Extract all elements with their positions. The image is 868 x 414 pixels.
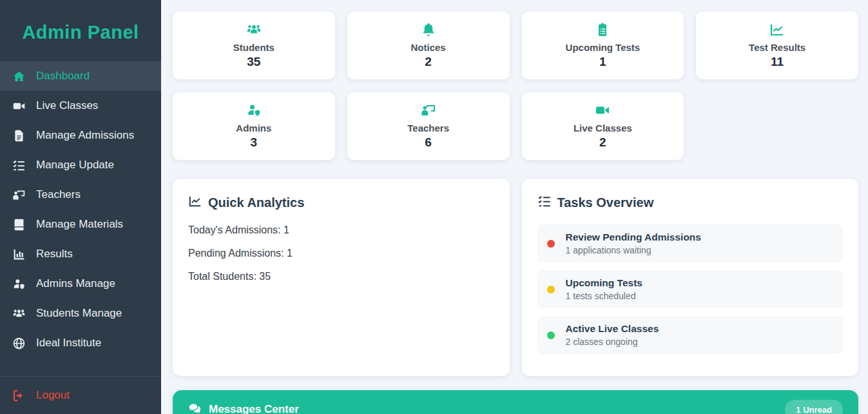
sidebar-item-label: Ideal Institute [36, 337, 101, 350]
status-dot [547, 331, 555, 339]
sidebar-item-manage-admissions[interactable]: Manage Admissions [0, 121, 161, 150]
sidebar-item-label: Results [36, 248, 73, 261]
task-text: Review Pending Admissions 1 applications… [566, 232, 701, 255]
sidebar-item-label: Dashboard [36, 70, 90, 83]
globe-icon [10, 335, 27, 351]
home-icon [10, 68, 27, 84]
sidebar-item-dashboard[interactable]: Dashboard [0, 61, 161, 91]
sidebar-item-results[interactable]: Results [0, 239, 161, 269]
chalkboard-teacher-icon [421, 103, 436, 118]
users-group-icon [246, 22, 262, 37]
stat-card-teachers: Teachers 6 [347, 92, 510, 160]
task-subtitle: 1 tests scheduled [566, 291, 642, 301]
analytics-line: Total Students: 35 [188, 271, 494, 282]
stat-card-admins: Admins 3 [173, 92, 335, 160]
main-content: Students 35 Notices 2 Upcoming Tests 1 T… [161, 0, 868, 414]
stat-value: 2 [425, 55, 432, 69]
sidebar-item-label: Teachers [36, 188, 81, 201]
task-text: Upcoming Tests 1 tests scheduled [566, 277, 642, 301]
stat-card-notices: Notices 2 [347, 12, 510, 79]
messages-center-header: Messages Center 1 Unread [173, 390, 858, 414]
panel-title: Tasks Overview [557, 195, 654, 210]
book-icon [10, 217, 27, 232]
sidebar-item-manage-update[interactable]: Manage Update [0, 150, 161, 180]
messages-center-title: Messages Center [209, 403, 299, 414]
file-document-icon [10, 128, 27, 143]
sidebar-item-students-manage[interactable]: Students Manage [0, 299, 161, 328]
messages-center-section: Messages Center 1 Unread [173, 390, 858, 414]
sidebar-item-live-classes[interactable]: Live Classes [0, 91, 161, 121]
stat-label: Teachers [407, 123, 449, 133]
tasks-overview-panel: Tasks Overview Review Pending Admissions… [522, 179, 859, 376]
stat-card-test-results: Test Results 11 [696, 12, 858, 79]
task-item-review-pending-admissions: Review Pending Admissions 1 applications… [537, 224, 844, 262]
chart-bar-icon [10, 246, 27, 262]
chart-line-icon [188, 194, 202, 212]
tasks-overview-heading: Tasks Overview [537, 194, 844, 212]
stat-label: Students [233, 42, 275, 53]
unread-badge[interactable]: 1 Unread [785, 400, 843, 414]
task-subtitle: 1 applications waiting [566, 245, 701, 255]
stat-value: 1 [599, 55, 606, 69]
task-item-upcoming-tests: Upcoming Tests 1 tests scheduled [537, 270, 844, 308]
sidebar-item-admins-manage[interactable]: Admins Manage [0, 269, 161, 299]
quick-analytics-panel: Quick Analytics Today's Admissions: 1 Pe… [173, 179, 510, 376]
sidebar: Admin Panel Dashboard Live Classes Manag… [0, 0, 161, 414]
user-shield-icon [10, 276, 27, 291]
stat-value: 6 [425, 135, 432, 150]
app-title: Admin Panel [0, 0, 161, 61]
stats-grid: Students 35 Notices 2 Upcoming Tests 1 T… [173, 12, 858, 160]
logout-button[interactable]: Logout [0, 377, 161, 414]
stat-label: Live Classes [574, 123, 632, 133]
stat-card-students: Students 35 [173, 12, 335, 79]
chart-line-icon [769, 22, 785, 37]
analytics-line: Pending Admissions: 1 [188, 248, 494, 259]
sidebar-item-label: Students Manage [36, 307, 122, 320]
logout-label: Logout [36, 389, 70, 402]
task-item-active-live-classes: Active Live Classes 2 classes ongoing [537, 316, 844, 354]
tasks-list-icon [537, 194, 552, 212]
video-icon [595, 103, 610, 118]
video-icon [10, 98, 27, 113]
stat-value: 11 [771, 55, 784, 69]
comments-icon [188, 402, 209, 414]
quick-analytics-heading: Quick Analytics [188, 194, 494, 212]
sidebar-item-label: Manage Update [36, 159, 114, 172]
panels-row: Quick Analytics Today's Admissions: 1 Pe… [173, 179, 858, 376]
stat-label: Upcoming Tests [566, 42, 641, 53]
chalkboard-teacher-icon [10, 187, 27, 202]
task-text: Active Live Classes 2 classes ongoing [566, 323, 659, 347]
sidebar-nav: Dashboard Live Classes Manage Admissions… [0, 61, 161, 358]
stat-label: Test Results [749, 42, 805, 53]
stat-label: Notices [411, 42, 446, 53]
stat-card-live-classes: Live Classes 2 [522, 92, 684, 160]
clipboard-list-icon [595, 22, 610, 37]
stat-card-upcoming-tests: Upcoming Tests 1 [522, 12, 684, 79]
stat-value: 35 [247, 55, 260, 69]
user-shield-icon [246, 103, 262, 118]
sidebar-item-ideal-institute[interactable]: Ideal Institute [0, 328, 161, 358]
sidebar-item-label: Manage Admissions [36, 129, 134, 142]
task-title: Upcoming Tests [566, 277, 642, 289]
users-group-icon [10, 306, 27, 321]
task-title: Review Pending Admissions [566, 232, 701, 243]
task-title: Active Live Classes [566, 323, 659, 335]
sidebar-item-manage-materials[interactable]: Manage Materials [0, 210, 161, 239]
sidebar-spacer [0, 358, 161, 376]
sign-out-icon [10, 388, 27, 403]
sidebar-item-label: Live Classes [36, 99, 98, 112]
tasks-list-icon [10, 157, 27, 173]
sidebar-item-teachers[interactable]: Teachers [0, 180, 161, 210]
status-dot [547, 240, 555, 248]
stat-label: Admins [236, 123, 271, 133]
analytics-line: Today's Admissions: 1 [188, 224, 494, 236]
panel-title: Quick Analytics [208, 195, 304, 210]
sidebar-item-label: Admins Manage [36, 277, 115, 290]
stat-value: 3 [251, 135, 258, 150]
sidebar-item-label: Manage Materials [36, 218, 123, 231]
bell-icon [421, 22, 436, 37]
stat-value: 2 [599, 135, 606, 150]
status-dot [547, 286, 555, 293]
task-subtitle: 2 classes ongoing [566, 337, 659, 347]
